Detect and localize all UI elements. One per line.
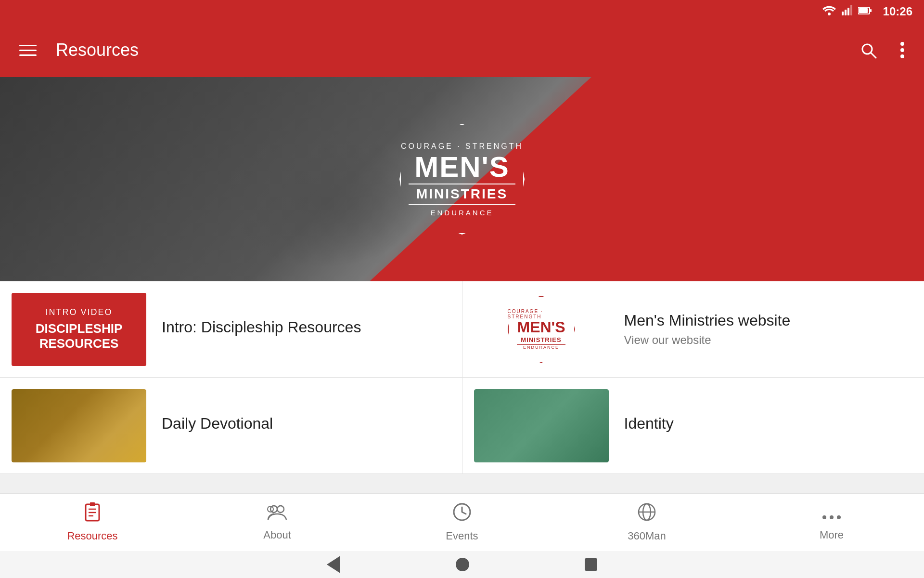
resources-icon	[83, 502, 102, 526]
content-area: INTRO VIDEO DISCIPLESHIPRESOURCES Intro:…	[0, 281, 924, 474]
svg-point-19	[277, 506, 284, 512]
svg-rect-1	[842, 12, 844, 15]
nav-item-more[interactable]: More	[739, 498, 924, 547]
intro-discipleship-card[interactable]: INTRO VIDEO DISCIPLESHIPRESOURCES Intro:…	[0, 281, 462, 377]
battery-icon	[858, 5, 872, 18]
resource-row-2: Daily Devotional Identity	[0, 378, 924, 474]
more-icon	[822, 503, 841, 525]
daily-devotional-card[interactable]: Daily Devotional	[0, 378, 462, 473]
menu-button[interactable]	[15, 41, 40, 60]
logo-ministries: MINISTRIES	[517, 335, 565, 345]
badge-mens-text: MEN'S	[414, 153, 510, 182]
devotional-thumb	[12, 389, 146, 462]
logo-bottom: ENDURANCE	[523, 345, 559, 350]
mens-website-title: Men's Ministries website	[624, 312, 913, 329]
intro-discipleship-title: Intro: Discipleship Resources	[162, 318, 450, 336]
more-nav-label: More	[820, 529, 844, 541]
hero-banner: COURAGE · STRENGTH MEN'S MINISTRIES ENDU…	[0, 77, 924, 281]
svg-point-10	[900, 42, 904, 46]
intro-video-thumb: INTRO VIDEO DISCIPLESHIPRESOURCES	[12, 293, 146, 366]
search-button[interactable]	[856, 38, 881, 63]
badge-top-text: COURAGE · STRENGTH	[401, 142, 523, 151]
about-nav-label: About	[263, 529, 291, 541]
svg-rect-6	[859, 8, 868, 13]
svg-point-27	[837, 515, 841, 519]
svg-line-9	[871, 53, 876, 58]
svg-rect-17	[90, 502, 95, 506]
svg-rect-4	[850, 5, 852, 15]
intro-video-title: DISCIPLESHIPRESOURCES	[36, 321, 123, 351]
svg-point-0	[828, 13, 831, 15]
identity-title: Identity	[624, 415, 913, 433]
nav-item-events[interactable]: Events	[370, 497, 554, 548]
android-home-button[interactable]	[456, 558, 469, 571]
android-recents-button[interactable]	[585, 558, 597, 571]
logo-mens: MEN'S	[517, 319, 565, 335]
svg-point-12	[900, 54, 904, 58]
more-vert-button[interactable]	[896, 38, 909, 63]
logo-top: COURAGE · STRENGTH	[508, 309, 575, 319]
svg-rect-3	[847, 8, 849, 15]
svg-point-25	[822, 515, 826, 519]
resources-nav-label: Resources	[67, 530, 117, 542]
360man-icon	[637, 502, 656, 526]
events-nav-label: Events	[446, 530, 478, 542]
badge-bottom-text: ENDURANCE	[430, 209, 493, 217]
mens-ministries-website-card[interactable]: COURAGE · STRENGTH MEN'S MINISTRIES ENDU…	[462, 281, 924, 377]
bottom-nav: Resources About Events	[0, 493, 924, 551]
daily-devotional-title: Daily Devotional	[162, 415, 450, 433]
back-icon	[327, 556, 340, 573]
svg-point-11	[900, 48, 904, 52]
status-bar: 10:26	[0, 0, 924, 23]
signal-icon	[842, 5, 852, 18]
intro-video-label: INTRO VIDEO	[45, 307, 112, 317]
events-icon	[452, 502, 472, 526]
mens-logo-thumb: COURAGE · STRENGTH MEN'S MINISTRIES ENDU…	[474, 293, 609, 366]
android-back-button[interactable]	[327, 556, 340, 573]
nav-item-about[interactable]: About	[185, 498, 370, 547]
nav-item-360man[interactable]: 360Man	[554, 497, 739, 548]
wifi-icon	[822, 5, 836, 18]
identity-card[interactable]: Identity	[462, 378, 924, 473]
recents-icon	[585, 558, 597, 571]
mens-website-subtitle: View our website	[624, 333, 913, 347]
home-icon	[456, 558, 469, 571]
svg-point-26	[830, 515, 834, 519]
badge-ministries-text: MINISTRIES	[409, 184, 515, 205]
app-bar-title: Resources	[56, 40, 856, 60]
360man-nav-label: 360Man	[628, 530, 666, 542]
android-nav	[0, 551, 924, 578]
about-icon	[267, 503, 287, 525]
app-bar: Resources	[0, 23, 924, 77]
svg-rect-2	[845, 10, 847, 15]
nav-item-resources[interactable]: Resources	[0, 497, 185, 548]
hero-badge: COURAGE · STRENGTH MEN'S MINISTRIES ENDU…	[399, 124, 525, 235]
identity-thumb	[474, 389, 609, 462]
resource-row-1: INTRO VIDEO DISCIPLESHIPRESOURCES Intro:…	[0, 281, 924, 378]
status-time: 10:26	[883, 5, 912, 18]
svg-rect-7	[870, 9, 872, 12]
